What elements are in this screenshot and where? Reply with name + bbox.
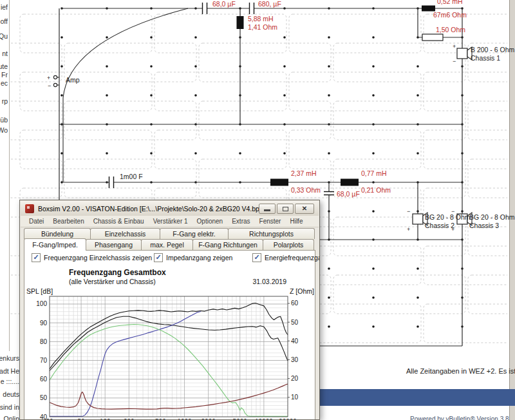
svg-text:5,88 mH: 5,88 mH	[248, 15, 274, 23]
close-button[interactable]: ✕	[295, 204, 314, 214]
window-titlebar[interactable]: Boxsim V2.00 - VISATON-Edition [E:\...\P…	[21, 201, 319, 216]
svg-text:Chassis 3: Chassis 3	[469, 222, 499, 229]
menu-bearbeiten[interactable]: Bearbeiten	[48, 218, 88, 225]
menu-hilfe[interactable]: Hilfe	[285, 218, 307, 225]
svg-text:40: 40	[291, 338, 299, 345]
svg-text:−: −	[451, 208, 454, 215]
svg-text:80: 80	[40, 338, 48, 345]
menu-chassis-einbau[interactable]: Chassis & Einbau	[89, 218, 149, 225]
tab-row-2: F-Gang/Imped.Phasengangmax. PegelF-Gang …	[24, 239, 315, 250]
svg-text:−: −	[48, 82, 51, 89]
menu-optionen[interactable]: Optionen	[192, 218, 228, 225]
tab-phasengang[interactable]: Phasengang	[86, 239, 142, 250]
svg-text:30: 30	[291, 356, 299, 363]
window-title: Boxsim V2.00 - VISATON-Edition [E:\...\P…	[38, 205, 263, 213]
frequency-response-chart: 4050607080901001020304050602050100200500…	[24, 251, 316, 420]
svg-text:50: 50	[40, 394, 48, 401]
menu-verst-rker-1[interactable]: Verstärker 1	[149, 218, 192, 225]
svg-text:B 200 - 6 Ohm: B 200 - 6 Ohm	[471, 46, 515, 53]
svg-text:+: +	[47, 75, 50, 81]
svg-text:70: 70	[40, 357, 48, 364]
svg-text:60: 60	[291, 300, 299, 307]
svg-text:BG 20 - 8 Ohm: BG 20 - 8 Ohm	[425, 213, 471, 221]
svg-text:−: −	[453, 58, 456, 64]
tab-f-gang-elektr-[interactable]: F-Gang elektr.	[160, 228, 229, 239]
tab-f-gang-imped-[interactable]: F-Gang/Imped.	[24, 238, 86, 251]
tab-einzelchassis[interactable]: Einzelchassis	[90, 228, 160, 239]
svg-text:BG 20 - 8 Ohm: BG 20 - 8 Ohm	[469, 213, 515, 221]
tab-f-gang-richtungen[interactable]: F-Gang Richtungen	[192, 239, 263, 250]
svg-text:0,21 Ohm: 0,21 Ohm	[361, 186, 391, 194]
boxsim-window: Boxsim V2.00 - VISATON-Edition [E:\...\P…	[19, 200, 320, 420]
svg-text:1,41 Ohm: 1,41 Ohm	[248, 23, 277, 31]
svg-text:0,77 mH: 0,77 mH	[361, 169, 387, 177]
svg-text:20: 20	[291, 375, 299, 382]
svg-text:90: 90	[40, 320, 48, 327]
tab-row-1: BündelungEinzelchassisF-Gang elektr.Rich…	[24, 228, 315, 239]
svg-text:50: 50	[291, 319, 299, 326]
tab-b-ndelung[interactable]: Bündelung	[24, 228, 91, 239]
svg-text:60: 60	[40, 376, 48, 383]
tab-polarplots[interactable]: Polarplots	[263, 239, 314, 250]
forum-navbar	[312, 389, 515, 406]
screen: iefoffQuntuteFrecrpübWoenkursadt Hee :::…	[0, 0, 515, 420]
svg-text:68,0 µF: 68,0 µF	[337, 190, 360, 198]
svg-text:+: +	[451, 226, 454, 233]
tab-richtungsplots[interactable]: Richtungsplots	[228, 228, 315, 239]
svg-text:Chassis 1: Chassis 1	[471, 54, 500, 62]
svg-text:+: +	[407, 226, 410, 233]
maximize-icon	[283, 207, 288, 211]
svg-text:Amp: Amp	[66, 76, 80, 84]
svg-text:1m00 F: 1m00 F	[120, 173, 143, 180]
svg-text:68,0 µF: 68,0 µF	[212, 0, 236, 8]
svg-text:+: +	[453, 43, 456, 50]
minimize-icon	[264, 209, 270, 211]
menu-fenster[interactable]: Fenster	[255, 218, 286, 225]
svg-text:680, µF: 680, µF	[258, 0, 281, 8]
minimize-button[interactable]	[259, 204, 276, 214]
svg-text:1,50 Ohm: 1,50 Ohm	[436, 26, 465, 33]
maximize-button[interactable]	[277, 204, 294, 214]
tab-max-pegel[interactable]: max. Pegel	[141, 239, 193, 250]
powered-by-note: Powered by vBulletin® Version 3.8	[410, 415, 509, 420]
svg-text:0,33 Ohm: 0,33 Ohm	[291, 186, 321, 194]
app-icon	[25, 204, 34, 213]
svg-text:2,37 mH: 2,37 mH	[291, 169, 317, 177]
tab-page: ✓Frequenzgang Einzelchassis zeigen✓Imped…	[24, 250, 315, 419]
menubar: DateiBearbeitenChassis & EinbauVerstärke…	[21, 216, 319, 227]
svg-text:0,52 mH: 0,52 mH	[437, 0, 463, 5]
svg-text:67m6 Ohm: 67m6 Ohm	[433, 11, 467, 19]
svg-text:Chassis 2: Chassis 2	[425, 222, 454, 229]
menu-extras[interactable]: Extras	[227, 218, 254, 225]
svg-text:−: −	[407, 208, 410, 215]
menu-datei[interactable]: Datei	[24, 218, 48, 225]
svg-text:100: 100	[36, 300, 47, 307]
timezone-note: Alle Zeitangaben in WEZ +2. Es ist je	[406, 367, 515, 375]
svg-text:10: 10	[291, 394, 299, 401]
close-icon: ✕	[302, 205, 307, 212]
